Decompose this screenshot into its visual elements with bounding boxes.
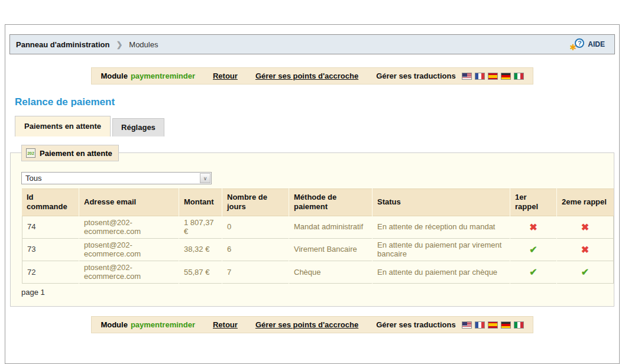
- pagination-label: page 1: [21, 288, 603, 297]
- cross-icon: ✖: [529, 222, 537, 232]
- panel-legend-label: Paiement en attente: [40, 149, 112, 158]
- module-name: paymentreminder: [131, 320, 195, 329]
- table-header-row: Id commandeAdresse emailMontantNombre de…: [22, 188, 614, 216]
- admin-content-frame: Panneau d'administration ❯ Modules ✱ ? A…: [5, 24, 620, 364]
- module-identifier: Modulepaymentreminder: [101, 320, 195, 329]
- flag-us-icon[interactable]: [462, 321, 472, 329]
- table-cell: 7: [222, 261, 289, 284]
- flag-it-icon[interactable]: [514, 73, 524, 80]
- table-cell: En attente du paiement par virement banc…: [373, 239, 510, 261]
- breadcrumb-section-link[interactable]: Panneau d'administration: [16, 40, 109, 49]
- manage-hooks-link[interactable]: Gérer ses points d'accroche: [255, 72, 358, 80]
- flag-de-icon[interactable]: [501, 321, 511, 329]
- status-filter-value: Tous: [25, 174, 41, 183]
- flag-es-icon[interactable]: [488, 73, 498, 80]
- translation-flags: [462, 73, 524, 80]
- reminder-cell: ✖: [557, 239, 614, 261]
- column-header: Status: [373, 188, 510, 216]
- flag-fr-icon[interactable]: [475, 73, 485, 80]
- pending-payments-table: Id commandeAdresse emailMontantNombre de…: [21, 188, 614, 284]
- question-mark-icon: ?: [575, 38, 584, 48]
- check-icon: ✔: [529, 267, 537, 277]
- table-cell: 0: [222, 216, 289, 239]
- back-link[interactable]: Retour: [213, 320, 238, 329]
- manage-hooks-link[interactable]: Gérer ses points d'accroche: [255, 320, 358, 329]
- pending-payments-panel: 202 Paiement en attente Tous ∨ Id comman…: [10, 152, 614, 307]
- table-cell: 74: [22, 216, 79, 239]
- table-cell: ptosent@202-ecommerce.com: [79, 239, 179, 261]
- manage-translations-label: Gérer ses traductions: [376, 72, 455, 80]
- table-cell: 6: [222, 239, 289, 261]
- module-label: Module: [101, 320, 128, 329]
- table-cell: 73: [22, 239, 79, 261]
- table-body: 74ptosent@202-ecommerce.com1 807,37 €0Ma…: [22, 216, 614, 284]
- table-cell: Mandat administratif: [289, 216, 372, 239]
- table-cell: ptosent@202-ecommerce.com: [79, 261, 179, 284]
- table-cell: En attente du paiement par chèque: [373, 261, 510, 284]
- back-link[interactable]: Retour: [213, 72, 238, 80]
- manage-translations-label: Gérer ses traductions: [376, 320, 455, 329]
- reminder-cell: ✔: [510, 239, 556, 261]
- breadcrumb-current-page: Modules: [129, 40, 158, 49]
- column-header: Id commande: [22, 188, 79, 216]
- module-202-icon: 202: [26, 148, 35, 158]
- translation-flags: [462, 321, 524, 329]
- flag-fr-icon[interactable]: [475, 321, 485, 329]
- table-row: 73ptosent@202-ecommerce.com38,32 €6Virem…: [22, 239, 614, 261]
- cross-icon: ✖: [581, 245, 589, 255]
- module-toolbar-top: Modulepaymentreminder Retour Gérer ses p…: [91, 67, 533, 84]
- table-cell: ptosent@202-ecommerce.com: [79, 216, 179, 239]
- flag-it-icon[interactable]: [514, 321, 524, 329]
- column-header: 1er rappel: [510, 188, 556, 216]
- reminder-cell: ✖: [510, 216, 556, 239]
- table-cell: 72: [22, 261, 79, 284]
- translations-group: Gérer ses traductions: [376, 72, 523, 80]
- help-icon: ✱ ?: [569, 38, 584, 51]
- flag-us-icon[interactable]: [462, 73, 472, 80]
- status-filter-select[interactable]: Tous ∨: [21, 172, 212, 184]
- help-button[interactable]: ✱ ? AIDE: [566, 36, 608, 53]
- reminder-cell: ✔: [510, 261, 556, 284]
- flag-es-icon[interactable]: [488, 321, 498, 329]
- reminder-cell: ✖: [557, 216, 614, 239]
- column-header: Nombre de jours: [222, 188, 289, 216]
- panel-legend: 202 Paiement en attente: [21, 145, 119, 161]
- column-header: Adresse email: [79, 188, 179, 216]
- table-cell: 1 807,37 €: [179, 216, 222, 239]
- table-cell: 55,87 €: [179, 261, 222, 284]
- column-header: 2eme rappel: [557, 188, 614, 216]
- check-icon: ✔: [529, 245, 537, 255]
- page-title: Relance de paiement: [15, 96, 619, 108]
- column-header: Méthode de paiement: [289, 188, 372, 216]
- table-cell: Virement Bancaire: [289, 239, 372, 261]
- module-label: Module: [101, 72, 128, 80]
- table-row: 72ptosent@202-ecommerce.com55,87 €7Chèqu…: [22, 261, 614, 284]
- flag-de-icon[interactable]: [501, 73, 511, 80]
- help-label: AIDE: [588, 40, 605, 48]
- module-toolbar-bottom: Modulepaymentreminder Retour Gérer ses p…: [91, 316, 533, 333]
- tab-settings[interactable]: Réglages: [112, 118, 164, 136]
- tab-bar: Paiements en attenteRéglages: [15, 117, 619, 136]
- chevron-down-icon: ∨: [200, 173, 211, 183]
- column-header: Montant: [179, 188, 222, 216]
- table-cell: 38,32 €: [179, 239, 222, 261]
- check-icon: ✔: [581, 267, 589, 277]
- module-identifier: Modulepaymentreminder: [101, 72, 195, 80]
- translations-group: Gérer ses traductions: [376, 320, 523, 329]
- table-cell: En attente de réception du mandat: [373, 216, 510, 239]
- cross-icon: ✖: [581, 222, 589, 232]
- table-cell: Chèque: [289, 261, 372, 284]
- breadcrumb: Panneau d'administration ❯ Modules ✱ ? A…: [9, 34, 615, 54]
- table-row: 74ptosent@202-ecommerce.com1 807,37 €0Ma…: [22, 216, 614, 239]
- tab-pending-payments[interactable]: Paiements en attente: [15, 116, 111, 136]
- reminder-cell: ✔: [557, 261, 614, 284]
- module-name: paymentreminder: [131, 72, 195, 80]
- breadcrumb-chevron-icon: ❯: [116, 40, 122, 49]
